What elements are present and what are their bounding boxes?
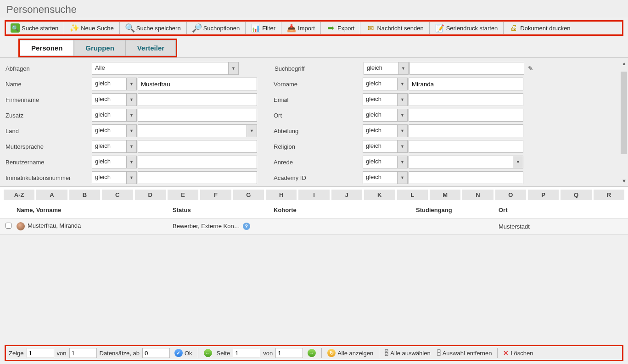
benutzername-input[interactable] — [138, 156, 257, 168]
loeschen-button[interactable]: ✕Löschen — [501, 348, 535, 358]
search-start-button[interactable]: 🔍Suche starten — [7, 22, 62, 34]
field-label-Anrede: Anrede — [270, 159, 362, 166]
suchbegriff-op[interactable]: gleich▼ — [364, 62, 409, 75]
abteilung-input[interactable] — [409, 124, 523, 137]
alpha-filter-B[interactable]: B — [69, 190, 100, 200]
academy id-op[interactable]: gleich▼ — [363, 171, 408, 184]
table-row[interactable]: Musterfrau, Miranda Bewerber, Externe Ko… — [0, 218, 628, 235]
firmenname-input[interactable] — [138, 93, 257, 106]
search-options-button[interactable]: 🔎Suchoptionen — [189, 22, 244, 34]
ort-input[interactable] — [409, 109, 523, 122]
land-input[interactable]: ▼ — [138, 124, 257, 137]
alle-anzeigen-button[interactable]: ↻Alle anzeigen — [325, 348, 375, 358]
row-checkbox[interactable] — [6, 223, 11, 229]
serial-print-button[interactable]: 📝Seriendruck starten — [432, 22, 502, 34]
alpha-filter-R[interactable]: R — [594, 190, 624, 200]
anrede-input[interactable]: ▼ — [409, 156, 523, 168]
alpha-filter-A-Z[interactable]: A-Z — [4, 190, 34, 200]
alpha-filter-Q[interactable]: Q — [561, 190, 591, 200]
immatrikulationsnummer-input[interactable] — [138, 171, 257, 184]
abteilung-op[interactable]: gleich▼ — [363, 124, 408, 137]
col-header-kohorte[interactable]: Kohorte — [274, 207, 416, 213]
field-label-Benutzername: Benutzername — [4, 159, 91, 166]
land-op[interactable]: gleich▼ — [92, 124, 137, 137]
anrede-op[interactable]: gleich▼ — [363, 156, 408, 168]
alpha-filter-O[interactable]: O — [495, 190, 526, 200]
alpha-filter-F[interactable]: F — [200, 190, 231, 200]
academy id-input[interactable] — [409, 171, 523, 184]
seite-input[interactable] — [233, 348, 260, 358]
zeige-input[interactable] — [27, 348, 54, 358]
religion-input[interactable] — [409, 140, 523, 153]
ab-input[interactable] — [142, 348, 170, 358]
tab-personen[interactable]: Personen — [20, 40, 74, 56]
col-header-ort[interactable]: Ort — [499, 207, 622, 213]
scroll-up-icon[interactable]: ▲ — [622, 61, 627, 66]
filter-button[interactable]: 📊Filter — [247, 22, 279, 34]
col-header-studiengang[interactable]: Studiengang — [416, 207, 499, 213]
scrollbar-thumb[interactable] — [621, 72, 627, 154]
alpha-filter-M[interactable]: M — [430, 190, 460, 200]
form-scrollbar[interactable]: ▲ ▼ — [620, 58, 628, 186]
zusatz-input[interactable] — [138, 109, 257, 122]
alpha-filter-I[interactable]: I — [298, 190, 329, 200]
tab-gruppen[interactable]: Gruppen — [74, 40, 126, 56]
scroll-down-icon[interactable]: ▼ — [622, 178, 627, 184]
benutzername-op[interactable]: gleich▼ — [92, 156, 137, 168]
alpha-filter-D[interactable]: D — [135, 190, 166, 200]
send-message-button[interactable]: ✉Nachricht senden — [362, 22, 427, 34]
ok-button[interactable]: ✓Ok — [173, 348, 194, 358]
save-search-icon: 🔍 — [125, 23, 135, 33]
name-op[interactable]: gleich▼ — [92, 78, 137, 90]
name-input[interactable] — [138, 78, 257, 90]
forward-button[interactable]: → — [306, 348, 318, 358]
alpha-filter-N[interactable]: N — [462, 190, 493, 200]
alpha-filter-K[interactable]: K — [364, 190, 395, 200]
von2-label: von — [263, 350, 273, 357]
tab-verteiler[interactable]: Verteiler — [126, 40, 176, 56]
seite-label: Seite — [217, 350, 230, 357]
col-header-status[interactable]: Status — [173, 207, 274, 213]
new-search-button[interactable]: ✨Neue Suche — [66, 22, 118, 34]
ort-op[interactable]: gleich▼ — [363, 109, 408, 122]
chevron-down-icon: ▼ — [397, 78, 407, 90]
alpha-filter-H[interactable]: H — [266, 190, 297, 200]
muttersprache-input[interactable] — [138, 140, 257, 153]
alpha-filter-L[interactable]: L — [397, 190, 428, 200]
auswahl-entfernen-button[interactable]: ☐☐Auswahl entfernen — [435, 349, 494, 358]
filter-icon: 📊 — [251, 23, 260, 33]
abfragen-select[interactable]: Alle▼ — [92, 62, 239, 75]
religion-op[interactable]: gleich▼ — [363, 140, 408, 153]
firmenname-op[interactable]: gleich▼ — [92, 93, 137, 106]
email-input[interactable] — [409, 93, 523, 106]
immatrikulationsnummer-op[interactable]: gleich▼ — [92, 171, 137, 184]
zusatz-op[interactable]: gleich▼ — [92, 109, 137, 122]
field-label-Firmenname: Firmenname — [4, 96, 91, 103]
save-search-button[interactable]: 🔍Suche speichern — [122, 22, 185, 34]
info-icon[interactable]: ? — [243, 223, 250, 230]
field-label-Religion: Religion — [270, 143, 362, 150]
export-button[interactable]: ➡Export — [323, 22, 359, 34]
tab-row: PersonenGruppenVerteiler — [18, 39, 177, 57]
back-button[interactable]: ← — [202, 348, 214, 358]
muttersprache-op[interactable]: gleich▼ — [92, 140, 137, 153]
alpha-filter-G[interactable]: G — [233, 190, 264, 200]
vorname-op[interactable]: gleich▼ — [363, 78, 408, 90]
vorname-input[interactable] — [409, 78, 523, 90]
alle-auswaehlen-button[interactable]: ☑☑Alle auswählen — [383, 349, 432, 358]
message-icon: ✉ — [366, 23, 375, 33]
alpha-filter-J[interactable]: J — [331, 190, 362, 200]
edit-icon[interactable]: ✎ — [528, 65, 533, 72]
import-button[interactable]: 📥Import — [283, 22, 319, 34]
export-icon: ➡ — [326, 23, 336, 33]
print-document-button[interactable]: 🖨Dokument drucken — [505, 22, 574, 34]
suchbegriff-input[interactable] — [409, 62, 524, 75]
alpha-filter-P[interactable]: P — [528, 190, 559, 200]
alpha-filter-A[interactable]: A — [36, 190, 67, 200]
alpha-filter-C[interactable]: C — [102, 190, 133, 200]
email-op[interactable]: gleich▼ — [363, 93, 408, 106]
von-input[interactable] — [69, 348, 97, 358]
col-header-name[interactable]: Name, Vorname — [17, 207, 173, 213]
von2-input[interactable] — [275, 348, 303, 358]
alpha-filter-E[interactable]: E — [168, 190, 198, 200]
